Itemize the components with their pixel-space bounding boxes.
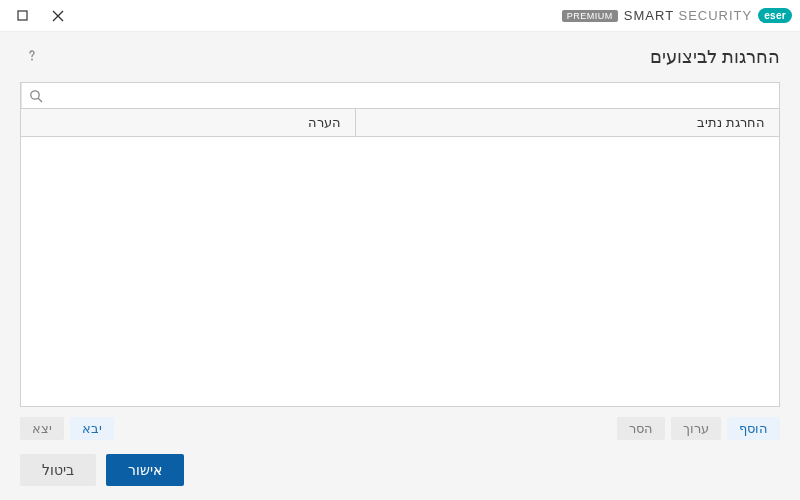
svg-point-1 (31, 59, 33, 61)
delete-button[interactable]: הסר (617, 417, 665, 440)
brand-premium-badge: PREMIUM (562, 10, 618, 22)
help-icon (24, 47, 40, 63)
svg-point-2 (30, 90, 38, 98)
maximize-icon (17, 10, 28, 21)
brand-text: SMART SECURITY (624, 8, 752, 23)
brand: eser SMART SECURITY PREMIUM (562, 8, 792, 23)
toolbar-group-left: יבא יצא (20, 417, 114, 440)
ok-button[interactable]: אישור (106, 454, 184, 486)
brand-badge: eser (758, 8, 792, 23)
edit-button[interactable]: ערוך (671, 417, 721, 440)
table-header: החרגת נתיב הערה (21, 109, 779, 137)
table-toolbar: הוסף ערוך הסר יבא יצא (20, 407, 780, 440)
search-icon-box (21, 83, 49, 108)
content: החרגות לביצועים החרגת נתיב הערה הוסף (0, 32, 800, 440)
window-controls (8, 2, 72, 30)
page-title: החרגות לביצועים (650, 46, 780, 68)
close-button[interactable] (44, 2, 72, 30)
add-button[interactable]: הוסף (727, 417, 780, 440)
column-header-path[interactable]: החרגת נתיב (355, 109, 779, 136)
brand-name-strong: SMART (624, 8, 674, 23)
titlebar: eser SMART SECURITY PREMIUM (0, 0, 800, 32)
help-button[interactable] (20, 47, 40, 67)
import-button[interactable]: יבא (70, 417, 114, 440)
table-body (21, 137, 779, 406)
toolbar-group-right: הוסף ערוך הסר (617, 417, 780, 440)
column-header-comment[interactable]: הערה (21, 109, 355, 136)
search-icon (29, 89, 43, 103)
heading-row: החרגות לביצועים (20, 46, 780, 68)
export-button[interactable]: יצא (20, 417, 64, 440)
cancel-button[interactable]: ביטול (20, 454, 96, 486)
svg-line-3 (38, 98, 42, 102)
search-row (20, 82, 780, 108)
search-input[interactable] (49, 83, 779, 108)
maximize-button[interactable] (8, 2, 36, 30)
close-icon (52, 10, 64, 22)
svg-rect-0 (18, 11, 27, 20)
exclusions-table: החרגת נתיב הערה (20, 108, 780, 407)
brand-name-light: SECURITY (678, 8, 752, 23)
footer: אישור ביטול (0, 440, 800, 500)
